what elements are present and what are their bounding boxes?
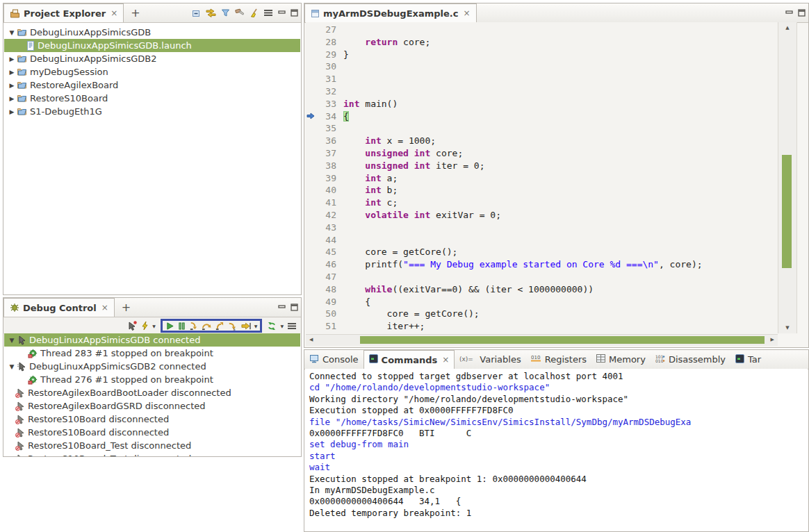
code-text: int main() <box>336 98 398 110</box>
refresh-icon[interactable] <box>267 322 277 331</box>
tab-commands[interactable]: Commands× <box>363 350 455 369</box>
clean-icon[interactable] <box>250 8 259 17</box>
dropdown-icon[interactable]: ▼ <box>280 324 284 329</box>
tree-item-project[interactable]: ▶DebugLinuxAppSimicsGDB2 <box>4 52 300 65</box>
view-menu-icon[interactable] <box>263 9 273 17</box>
scroll-left-icon[interactable]: ◀ <box>309 337 313 342</box>
expand-arrow-icon[interactable]: ▶ <box>7 69 17 76</box>
scroll-up-icon[interactable]: ▲ <box>778 25 796 31</box>
step-over-icon[interactable] <box>202 322 211 331</box>
tree-item-project[interactable]: ▼DebugLinuxAppSimicsGDB <box>4 26 300 39</box>
debug-session-row[interactable]: RestoreS10Board_Test disconnected <box>4 452 300 457</box>
run-to-line-icon[interactable] <box>240 322 251 331</box>
expand-arrow-icon[interactable]: ▶ <box>7 82 17 89</box>
project-explorer-icon <box>10 9 20 18</box>
tab-variables[interactable]: (x)=Variables <box>455 350 525 369</box>
step-out-icon[interactable] <box>215 322 224 331</box>
instruction-step-icon[interactable]: s <box>227 322 237 331</box>
new-view-tab-button[interactable]: + <box>124 3 147 22</box>
dropdown-icon[interactable]: ▼ <box>254 324 258 329</box>
code-line: 34{ <box>306 110 778 123</box>
tree-item-label: DebugLinuxAppSimicsGDB.launch <box>38 40 192 51</box>
editor-vertical-scrollbar[interactable]: ▲ ▼ <box>778 22 797 333</box>
code-editor-area[interactable]: 2728 return core;29}30313233int main()34… <box>306 22 778 333</box>
tab-label: Debug Control <box>23 303 97 313</box>
tab-registers[interactable]: 010Registers <box>526 350 591 369</box>
step-into-icon[interactable] <box>189 322 198 331</box>
line-number: 29 <box>316 49 336 61</box>
expand-arrow-icon[interactable]: ▶ <box>7 108 17 115</box>
tree-item-label: S1-DebugEth1G <box>30 106 102 117</box>
debug-session-row[interactable]: RestoreS10Board disconnected <box>4 413 300 426</box>
line-number: 36 <box>316 135 336 147</box>
code-line: 38 unsigned int iter = 0; <box>306 160 778 172</box>
close-icon[interactable]: × <box>463 8 470 18</box>
current-line-arrow-icon <box>306 110 316 123</box>
tree-item-project[interactable]: ▶RestoreS10Board <box>4 92 300 105</box>
connect-target-icon[interactable] <box>127 321 138 331</box>
expand-arrow-icon[interactable]: ▶ <box>7 95 17 102</box>
tree-item-label: RestoreAgilexBoard <box>30 80 118 90</box>
horizontal-scroll-thumb[interactable] <box>360 336 765 344</box>
debug-session-row[interactable]: Thread 276 #1 stopped on breakpoint <box>4 373 300 386</box>
view-menu-icon[interactable] <box>287 322 297 330</box>
folder-icon <box>17 107 27 116</box>
commands-output[interactable]: Connected to stopped target gdbserver at… <box>305 369 808 531</box>
tab-tar[interactable]: Tar <box>730 350 766 369</box>
scroll-down-icon[interactable]: ▼ <box>778 325 796 331</box>
close-icon[interactable]: × <box>442 355 449 365</box>
editor-horizontal-scrollbar[interactable]: ◀ ▶ <box>306 334 778 346</box>
collapse-arrow-icon[interactable]: ▼ <box>7 363 17 370</box>
dropdown-icon[interactable]: ▼ <box>152 324 156 329</box>
close-icon[interactable]: × <box>111 8 117 18</box>
maximize-icon[interactable] <box>291 304 298 311</box>
tab-console[interactable]: Console <box>304 350 363 369</box>
tab-disassembly[interactable]: 101010Disassembly <box>651 350 730 369</box>
tree-item-launch-file[interactable]: DebugLinuxAppSimicsGDB.launch <box>4 39 300 52</box>
flash-device-icon[interactable] <box>141 321 149 331</box>
link-with-editor-icon[interactable] <box>206 8 216 17</box>
minimize-icon[interactable] <box>278 304 286 311</box>
c-file-icon <box>311 9 320 18</box>
console-output-line: Execution stopped at 0x0000FFFFF7FD8FC0 <box>309 405 808 416</box>
build-icon[interactable] <box>235 8 245 17</box>
debug-session-row[interactable]: RestoreAgilexBoardBootLoader disconnecte… <box>4 386 300 399</box>
vertical-scroll-thumb[interactable] <box>782 155 792 268</box>
debug-session-row[interactable]: Thread 283 #1 stopped on breakpoint <box>4 347 300 360</box>
console-icon <box>309 354 319 365</box>
tab-editor-file[interactable]: myArmDSDebugExample.c × <box>304 3 477 22</box>
tree-item-project[interactable]: ▶S1-DebugEth1G <box>4 105 300 118</box>
tree-item-project[interactable]: ▶RestoreAgilexBoard <box>4 78 300 92</box>
debug-session-row[interactable]: ▼DebugLinuxAppSimicsGDB2 connected <box>4 360 300 373</box>
code-text <box>336 234 343 247</box>
new-view-tab-button[interactable]: + <box>115 298 138 317</box>
tab-project-explorer[interactable]: Project Explorer × <box>3 3 124 22</box>
code-text: int a; <box>336 172 398 185</box>
debug-session-row[interactable]: RestoreS10Board disconnected <box>4 426 300 439</box>
line-number: 27 <box>316 24 336 36</box>
collapse-arrow-icon[interactable]: ▼ <box>7 337 17 344</box>
debug-session-row[interactable]: RestoreS10Board_Test disconnected <box>4 439 300 452</box>
collapse-all-icon[interactable] <box>191 8 201 18</box>
minimize-icon[interactable] <box>785 9 793 17</box>
close-icon[interactable]: × <box>101 303 108 313</box>
debug-session-row[interactable]: RestoreAgilexBoardGSRD disconnected <box>4 399 300 413</box>
play-icon[interactable] <box>165 322 174 331</box>
maximize-icon[interactable] <box>291 9 298 17</box>
tree-item-project[interactable]: ▶myDebugSession <box>4 65 300 78</box>
code-text <box>336 85 343 98</box>
filter-icon[interactable] <box>221 8 230 17</box>
pause-icon[interactable] <box>178 322 186 331</box>
line-number: 47 <box>316 271 336 283</box>
expand-arrow-icon[interactable]: ▶ <box>7 56 17 63</box>
target-disconnected-icon <box>15 428 25 438</box>
tab-debug-control[interactable]: Debug Control × <box>3 298 115 317</box>
tab-memory[interactable]: Memory <box>591 350 651 369</box>
maximize-icon[interactable] <box>798 9 806 17</box>
collapse-arrow-icon[interactable]: ▼ <box>7 29 17 36</box>
code-line: 28 return core; <box>306 36 778 49</box>
minimize-icon[interactable] <box>278 9 286 17</box>
line-number: 37 <box>316 147 336 160</box>
debug-session-row[interactable]: ▼DebugLinuxAppSimicsGDB connected <box>4 333 300 347</box>
scroll-right-icon[interactable]: ▶ <box>771 337 774 342</box>
